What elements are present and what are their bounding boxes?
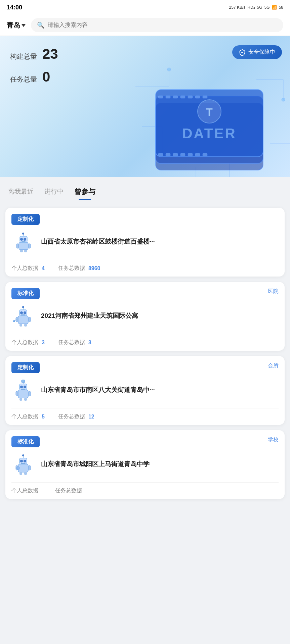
robot-icon3 [11,378,35,401]
svg-rect-23 [195,96,200,98]
svg-rect-22 [188,96,193,98]
svg-point-35 [24,238,26,241]
card-item[interactable]: 标准化 医院 [5,282,285,351]
svg-point-53 [13,320,15,322]
svg-point-73 [22,454,24,456]
card-title-wrapper: 2021河南省郑州建业天筑国际公寓 [41,311,138,320]
svg-rect-19 [166,96,170,98]
svg-rect-38 [29,244,31,248]
card-icon [11,304,36,328]
robot-icon4 [11,452,35,476]
tab-participated[interactable]: 曾参与 [74,187,95,198]
build-total-value: 23 [42,46,58,62]
svg-rect-71 [19,472,22,475]
card-type-label: 会所 [268,362,279,369]
card-icon [11,452,36,476]
task-data-item: 任务总数据 3 [58,339,91,346]
card-meta: 个人总数据 4 任务总数据 8960 [5,260,285,277]
task-data-value: 12 [88,414,94,420]
svg-point-42 [22,233,24,235]
tab-nearby[interactable]: 离我最近 [8,187,34,198]
card-content: 山西省太原市杏花岭区鼓楼街道百盛楼··· [5,225,285,260]
personal-data-item: 个人总数据 3 [11,339,45,346]
safety-badge[interactable]: 安全保障中 [232,45,282,59]
card-title: 山西省太原市杏花岭区鼓楼街道百盛楼··· [41,237,155,246]
svg-rect-40 [24,250,27,252]
svg-rect-50 [19,324,22,327]
svg-rect-43 [18,316,28,324]
card-meta: 个人总数据 3 任务总数据 3 [5,334,285,351]
task-total-row: 任务总量 0 [10,69,58,85]
card-item[interactable]: 定制化 山西省太原市杏花岭区鼓楼街道百盛楼··· [5,208,285,277]
svg-rect-26 [166,153,170,156]
task-data-label: 任务总数据 [58,339,85,346]
svg-text:T: T [206,106,213,118]
svg-rect-29 [188,153,193,156]
svg-rect-61 [19,398,22,401]
safety-label: 安全保障中 [248,49,275,56]
card-content: 山东省青岛市市南区八大关街道青岛中··· [5,373,285,408]
svg-rect-24 [203,96,207,98]
status-bar: 14:00 257 KB/s HD₂ 5G 5G 📶 58 [0,0,290,15]
hero-stats: 构建总量 23 任务总量 0 [10,46,58,92]
personal-data-value: 4 [42,265,45,271]
bottom-space [0,503,290,516]
svg-rect-18 [158,96,163,98]
task-data-value: 3 [88,340,91,346]
card-badge-standard: 标准化 [11,436,40,447]
svg-rect-62 [24,398,27,401]
task-data-label: 任务总数据 [58,413,85,420]
personal-data-label: 个人总数据 [11,413,38,420]
robot-icon [11,230,35,253]
card-icon [11,230,36,254]
personal-data-item: 个人总数据 5 [11,413,45,420]
search-input[interactable] [48,22,277,29]
personal-data-value: 5 [42,414,45,420]
svg-rect-39 [20,250,23,252]
build-total-label: 构建总量 [10,52,37,61]
card-title-wrapper: 山西省太原市杏花岭区鼓楼街道百盛楼··· [41,237,155,246]
svg-point-57 [24,386,26,388]
svg-rect-25 [158,153,163,156]
city-label: 青岛 [7,21,20,30]
svg-point-34 [20,238,23,241]
robot-icon2 [11,304,35,327]
svg-point-56 [20,386,23,388]
svg-point-10 [282,98,285,101]
svg-rect-63 [22,380,25,383]
card-item[interactable]: 定制化 会所 山东省青岛市市南区八大关街道青岛 [5,356,285,425]
card-content: 2021河南省郑州建业天筑国际公寓 [5,299,285,334]
hero-banner: 构建总量 23 任务总量 0 安全保障中 [0,36,290,177]
svg-rect-31 [203,153,207,156]
svg-rect-37 [16,244,18,248]
personal-data-label: 个人总数据 [11,487,38,494]
svg-rect-49 [29,317,31,322]
battery-icon: 58 [279,5,283,10]
card-badge-custom: 定制化 [11,362,40,373]
tab-inprogress[interactable]: 进行中 [44,187,64,198]
personal-data-label: 个人总数据 [11,339,38,346]
card-icon [11,378,36,402]
search-icon: 🔍 [37,21,44,29]
wifi-icon: 📶 [272,5,277,10]
svg-rect-72 [24,472,27,475]
svg-rect-68 [21,463,26,464]
card-title: 山东省青岛市市南区八大关街道青岛中··· [41,386,155,395]
personal-data-value: 3 [42,340,45,346]
svg-point-46 [24,311,26,314]
svg-rect-27 [173,153,178,156]
speed-indicator: 257 KB/s [229,5,246,10]
svg-rect-28 [180,153,185,156]
cards-section: 定制化 山西省太原市杏花岭区鼓楼街道百盛楼··· [0,204,290,503]
task-data-item: 任务总数据 8960 [58,265,100,272]
task-data-label: 任务总数据 [58,265,85,272]
card-type-label: 学校 [268,436,279,443]
card-item[interactable]: 标准化 学校 山东省青岛 [5,430,285,499]
network-5g-icon1: 5G [257,5,262,10]
city-selector[interactable]: 青岛 [7,21,26,30]
task-data-label: 任务总数据 [55,487,82,494]
personal-data-item: 个人总数据 4 [11,265,45,272]
svg-rect-32 [19,242,28,250]
search-bar[interactable]: 🔍 [31,18,283,32]
card-type-label: 医院 [268,288,279,295]
